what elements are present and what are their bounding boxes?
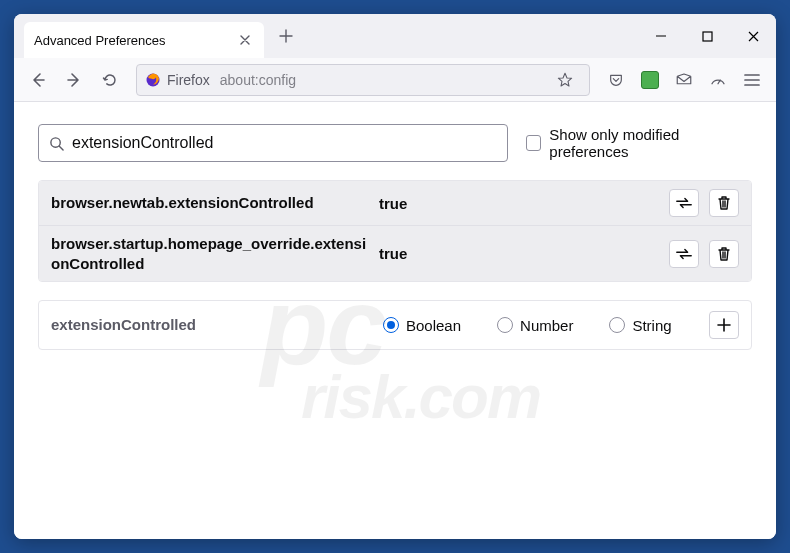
- trash-icon: [717, 195, 731, 211]
- config-search-value: extensionControlled: [72, 134, 213, 152]
- bookmark-button[interactable]: [549, 64, 581, 96]
- url-text: about:config: [220, 72, 543, 88]
- close-icon: [747, 30, 760, 43]
- toggle-button[interactable]: [669, 189, 699, 217]
- titlebar: Advanced Preferences: [14, 14, 776, 58]
- close-icon: [239, 34, 251, 46]
- pocket-button[interactable]: [600, 64, 632, 96]
- star-icon: [557, 72, 573, 88]
- tab-advanced-preferences[interactable]: Advanced Preferences: [24, 22, 264, 58]
- radio-number-label: Number: [520, 317, 573, 334]
- pref-value: true: [379, 195, 659, 212]
- dashboard-button[interactable]: [702, 64, 734, 96]
- identity-label: Firefox: [167, 72, 214, 88]
- new-tab-button[interactable]: [270, 20, 302, 52]
- back-button[interactable]: [22, 64, 54, 96]
- inbox-button[interactable]: [668, 64, 700, 96]
- plus-icon: [717, 318, 731, 332]
- radio-checked-icon: [383, 317, 399, 333]
- app-menu-button[interactable]: [736, 64, 768, 96]
- arrow-right-icon: [66, 72, 82, 88]
- window-controls: [638, 14, 776, 58]
- row-actions: [669, 189, 739, 217]
- toolbar-actions: [600, 64, 768, 96]
- svg-rect-0: [703, 32, 712, 41]
- show-modified-checkbox[interactable]: Show only modified preferences: [526, 126, 752, 160]
- add-pref-button[interactable]: [709, 311, 739, 339]
- checkbox-icon: [526, 135, 541, 151]
- new-pref-name: extensionControlled: [51, 315, 369, 335]
- trash-icon: [717, 246, 731, 262]
- pref-row[interactable]: browser.startup.homepage_override.extens…: [39, 225, 751, 281]
- firefox-logo-icon: [145, 72, 161, 88]
- radio-icon: [497, 317, 513, 333]
- pocket-icon: [608, 72, 624, 88]
- config-search-input[interactable]: extensionControlled: [38, 124, 508, 162]
- row-actions: [709, 311, 739, 339]
- show-modified-label: Show only modified preferences: [549, 126, 752, 160]
- toggle-icon: [675, 247, 693, 261]
- preferences-list: browser.newtab.extensionControlled true …: [38, 180, 752, 282]
- pref-row[interactable]: browser.newtab.extensionControlled true: [39, 181, 751, 225]
- pref-name: browser.newtab.extensionControlled: [51, 193, 369, 213]
- search-icon: [49, 136, 64, 151]
- radio-boolean[interactable]: Boolean: [383, 317, 461, 334]
- delete-button[interactable]: [709, 240, 739, 268]
- search-row: extensionControlled Show only modified p…: [38, 124, 752, 162]
- radio-icon: [609, 317, 625, 333]
- type-radio-group: Boolean Number String: [383, 317, 672, 334]
- toggle-button[interactable]: [669, 240, 699, 268]
- radio-string-label: String: [632, 317, 671, 334]
- toggle-icon: [675, 196, 693, 210]
- browser-window: Advanced Preferences: [14, 14, 776, 539]
- row-actions: [669, 240, 739, 268]
- inbox-icon: [675, 71, 693, 89]
- reload-icon: [102, 72, 118, 88]
- pref-value: true: [379, 245, 659, 262]
- close-tab-button[interactable]: [236, 31, 254, 49]
- watermark-line2: risk.com: [301, 369, 540, 425]
- minimize-icon: [655, 30, 667, 42]
- radio-string[interactable]: String: [609, 317, 671, 334]
- gauge-icon: [709, 71, 727, 89]
- hamburger-icon: [744, 73, 760, 87]
- minimize-button[interactable]: [638, 14, 684, 58]
- pref-name: browser.startup.homepage_override.extens…: [51, 234, 369, 273]
- watermark: pc risk.com: [261, 276, 540, 425]
- new-pref-row: extensionControlled Boolean Number Strin…: [38, 300, 752, 350]
- delete-button[interactable]: [709, 189, 739, 217]
- maximize-button[interactable]: [684, 14, 730, 58]
- extension-button[interactable]: [634, 64, 666, 96]
- plus-icon: [279, 29, 293, 43]
- about-config-page: pc risk.com extensionControlled Show onl…: [14, 102, 776, 539]
- url-bar[interactable]: Firefox about:config: [136, 64, 590, 96]
- radio-number[interactable]: Number: [497, 317, 573, 334]
- extension-icon: [641, 71, 659, 89]
- forward-button[interactable]: [58, 64, 90, 96]
- radio-boolean-label: Boolean: [406, 317, 461, 334]
- maximize-icon: [702, 31, 713, 42]
- nav-toolbar: Firefox about:config: [14, 58, 776, 102]
- tab-title: Advanced Preferences: [34, 33, 166, 48]
- close-window-button[interactable]: [730, 14, 776, 58]
- reload-button[interactable]: [94, 64, 126, 96]
- arrow-left-icon: [30, 72, 46, 88]
